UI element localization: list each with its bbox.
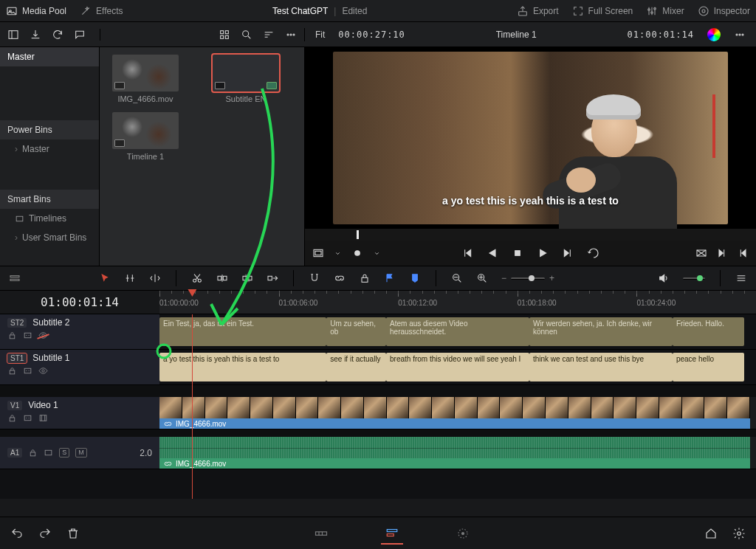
pool-menu-icon[interactable] xyxy=(285,29,297,41)
viewer-scrubber[interactable] xyxy=(305,229,756,241)
smart-bins-header[interactable]: Smart Bins xyxy=(0,190,99,209)
prev-edit-icon[interactable] xyxy=(737,247,749,259)
subtitle-clip[interactable]: Atem aus diesem Video herausschneidet. xyxy=(386,317,529,346)
timeline-ruler[interactable]: 01:00:00:0001:00:06:0001:00:12:0001:00:1… xyxy=(159,291,756,314)
lock-icon[interactable] xyxy=(28,448,38,458)
track-lane-st2[interactable]: Ein Test, ja, das ist ein Test.Um zu seh… xyxy=(159,314,756,349)
track-lane-v1[interactable]: IMG_4666.mov xyxy=(159,397,756,429)
timeline-view-icon[interactable] xyxy=(9,272,21,284)
marker-icon[interactable] xyxy=(409,272,421,284)
match-frame-icon[interactable] xyxy=(695,247,707,259)
full-screen-button[interactable]: Full Screen xyxy=(572,5,633,17)
power-bins-header[interactable]: Power Bins xyxy=(0,120,99,139)
lock-icon[interactable] xyxy=(7,331,17,340)
subtitle-clip[interactable]: Wir werden sehen, ja. Ich denke, wir kön… xyxy=(529,317,673,346)
snap-icon[interactable] xyxy=(309,272,320,284)
chat-icon[interactable] xyxy=(74,29,86,41)
chevron-icon[interactable] xyxy=(333,249,343,258)
trim-tool-icon[interactable] xyxy=(124,272,136,284)
sort-icon[interactable] xyxy=(263,29,275,41)
cut-page-icon[interactable] xyxy=(310,522,332,545)
lock-icon[interactable] xyxy=(7,366,17,376)
subtitle-clip[interactable]: Ein Test, ja, das ist ein Test. xyxy=(159,317,326,346)
subtitle-clip[interactable]: Um zu sehen, ob xyxy=(326,317,386,346)
caption-icon[interactable] xyxy=(44,448,53,458)
subtitle-clip[interactable]: Frieden. Hallo. xyxy=(673,317,744,346)
import-icon[interactable] xyxy=(30,29,41,41)
track-gain[interactable]: 2.0 xyxy=(140,448,152,458)
subtitle-clip[interactable]: breath from this video we will see yeah … xyxy=(386,353,529,381)
track-head-st1[interactable]: ST1Subtitle 1 xyxy=(0,350,159,384)
film-icon[interactable] xyxy=(38,413,48,423)
dynamic-trim-icon[interactable] xyxy=(149,272,161,284)
bin-master[interactable]: Master xyxy=(0,47,99,66)
caption-icon[interactable] xyxy=(23,413,32,423)
play-icon[interactable] xyxy=(537,247,549,259)
chevron-icon[interactable] xyxy=(372,249,382,258)
volume-icon[interactable] xyxy=(658,272,670,284)
lock-icon[interactable] xyxy=(359,272,371,284)
eye-off-icon[interactable] xyxy=(38,331,48,340)
effects-tab[interactable]: Effects xyxy=(80,5,123,17)
eye-icon[interactable] xyxy=(38,366,48,376)
go-start-icon[interactable] xyxy=(461,247,473,259)
subtitle-clip[interactable]: think we can test and use this bye xyxy=(529,353,673,381)
loop-icon[interactable] xyxy=(587,246,600,260)
lock-icon[interactable] xyxy=(7,413,17,423)
search-icon[interactable] xyxy=(241,29,252,41)
viewer-image[interactable]: a yo test this is yeah this is a test to xyxy=(305,47,756,229)
undo-icon[interactable] xyxy=(10,527,24,540)
subtitle-clip[interactable]: a yo test this is yeah this is a test to xyxy=(159,353,326,381)
trash-icon[interactable] xyxy=(66,527,80,540)
link-icon[interactable] xyxy=(334,272,346,284)
track-lane-st1[interactable]: a yo test this is yeah this is a test to… xyxy=(159,350,756,384)
pool-clip-video[interactable]: IMG_4666.mov xyxy=(109,55,182,103)
overwrite-icon[interactable] xyxy=(241,272,253,284)
track-head-a1[interactable]: A1 S M 2.0 xyxy=(0,437,159,469)
safe-area-icon[interactable] xyxy=(312,247,324,259)
selection-tool-icon[interactable] xyxy=(99,272,111,284)
video-clip[interactable]: IMG_4666.mov xyxy=(159,397,750,429)
grid-view-icon[interactable] xyxy=(219,29,230,41)
zoom-slider[interactable]: − + xyxy=(501,273,554,283)
settings-icon[interactable] xyxy=(732,527,746,540)
export-button[interactable]: Export xyxy=(517,5,559,17)
next-edit-icon[interactable] xyxy=(716,247,728,259)
mixer-button[interactable]: Mixer xyxy=(646,5,684,17)
media-pool-tab[interactable]: Media Pool xyxy=(6,5,66,17)
sync-icon[interactable] xyxy=(52,29,63,41)
go-end-icon[interactable] xyxy=(562,247,574,259)
monitor-slider[interactable] xyxy=(683,277,705,280)
bypass-color-icon[interactable] xyxy=(707,28,721,41)
smart-bin-timelines[interactable]: Timelines xyxy=(0,209,99,228)
subtitle-clip[interactable]: peace hello xyxy=(673,353,744,381)
power-bin-master[interactable]: ›Master xyxy=(0,139,99,159)
stop-icon[interactable] xyxy=(512,247,523,259)
layout-icon[interactable] xyxy=(7,29,19,41)
fusion-page-icon[interactable] xyxy=(452,522,474,545)
audio-clip[interactable]: IMG_4666.mov xyxy=(159,437,750,469)
edit-page-icon[interactable] xyxy=(381,522,403,545)
timeline-name-label[interactable]: Timeline 1 xyxy=(419,30,614,40)
track-head-st2[interactable]: ST2Subtitle 2 xyxy=(0,314,159,349)
flag-icon[interactable] xyxy=(384,272,396,284)
inspector-button[interactable]: Inspector xyxy=(698,5,750,17)
caption-icon[interactable] xyxy=(23,366,32,376)
play-reverse-icon[interactable] xyxy=(487,247,498,259)
subtitle-clip[interactable]: see if it actually xyxy=(326,353,386,381)
zoom-full-icon[interactable] xyxy=(451,272,463,284)
blade-tool-icon[interactable] xyxy=(191,272,203,284)
record-icon[interactable] xyxy=(351,247,363,259)
home-icon[interactable] xyxy=(704,527,718,540)
pool-clip-timeline[interactable]: Timeline 1 xyxy=(109,112,182,161)
track-lane-a1[interactable]: IMG_4666.mov xyxy=(159,437,756,469)
pool-clip-subtitle[interactable]: Subtitle EN xyxy=(209,55,283,103)
redo-icon[interactable] xyxy=(38,527,52,540)
timeline-options-icon[interactable] xyxy=(735,272,747,284)
track-head-v1[interactable]: V1Video 1 xyxy=(0,397,159,429)
viewer-menu-icon[interactable] xyxy=(734,29,746,41)
zoom-detail-icon[interactable] xyxy=(476,272,488,284)
smart-bin-user[interactable]: ›User Smart Bins xyxy=(0,228,99,247)
insert-icon[interactable] xyxy=(216,272,228,284)
caption-icon[interactable] xyxy=(23,331,32,340)
